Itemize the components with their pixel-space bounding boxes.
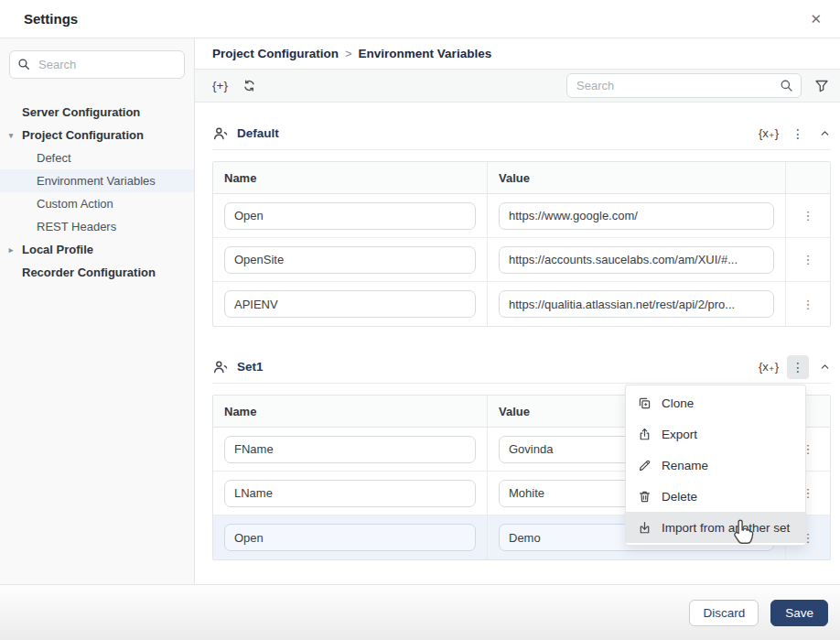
clone-icon (638, 396, 652, 410)
refresh-icon[interactable] (242, 79, 256, 92)
set-header-default: Default {x₊} ⋮ (212, 117, 831, 150)
row-kebab-icon[interactable]: ⋮ (802, 298, 814, 310)
set-header-set1: Set1 {x₊} ⋮ (212, 351, 831, 384)
variable-set-icon (212, 360, 229, 374)
toolbar: {+} (195, 70, 840, 103)
menu-item-import-from-another-set[interactable]: Import from another set (626, 512, 805, 543)
column-header-actions (786, 162, 830, 193)
menu-item-export[interactable]: Export (626, 418, 805, 450)
rename-icon (638, 459, 652, 472)
search-icon (780, 79, 793, 92)
settings-dialog: Settings ✕ Server Configuration ▾ Projec… (0, 0, 840, 640)
set-menu-kebab-icon[interactable]: ⋮ (787, 355, 809, 379)
variable-name-input[interactable] (224, 246, 476, 274)
variables-table-default: Name Value ⋮ ⋮ (212, 161, 831, 327)
add-set-icon[interactable]: {+} (212, 79, 228, 92)
menu-item-clone[interactable]: Clone (626, 387, 805, 418)
add-variable-icon[interactable]: {x₊} (759, 126, 779, 140)
delete-icon (638, 490, 652, 504)
breadcrumb-separator: > (345, 47, 352, 60)
menu-item-rename[interactable]: Rename (626, 450, 805, 481)
sidebar-item-server-configuration[interactable]: Server Configuration (0, 101, 194, 124)
variable-name-input[interactable] (224, 202, 476, 230)
column-header-name: Name (213, 162, 488, 193)
export-icon (638, 428, 652, 441)
breadcrumb: Project Configuration > Environment Vari… (195, 38, 840, 70)
table-row: ⋮ (213, 282, 830, 326)
sidebar-item-local-profile[interactable]: ▸ Local Profile (0, 238, 194, 261)
collapse-chevron-up-icon[interactable] (819, 127, 831, 139)
sidebar-item-environment-variables[interactable]: Environment Variables (0, 169, 194, 192)
variable-name-input[interactable] (224, 290, 476, 318)
variable-name-input[interactable] (224, 480, 476, 507)
row-kebab-icon[interactable]: ⋮ (802, 210, 814, 222)
add-variable-icon[interactable]: {x₊} (759, 360, 779, 374)
discard-button[interactable]: Discard (689, 600, 759, 626)
variable-value-input[interactable] (499, 290, 774, 318)
close-icon[interactable]: ✕ (804, 8, 827, 29)
column-header-name: Name (213, 396, 488, 427)
variable-set-icon (212, 126, 229, 141)
sidebar-item-rest-headers[interactable]: REST Headers (0, 215, 194, 238)
breadcrumb-parent[interactable]: Project Configuration (212, 47, 339, 60)
settings-nav: Server Configuration ▾ Project Configura… (0, 101, 194, 284)
set-title: Default (237, 126, 279, 140)
set-title: Set1 (237, 360, 264, 374)
menu-item-delete[interactable]: Delete (626, 481, 805, 512)
sidebar-item-recorder-configuration[interactable]: Recorder Configuration (0, 261, 194, 284)
caret-right-icon[interactable]: ▸ (5, 245, 16, 255)
environment-variables-content: Default {x₊} ⋮ Name Value (195, 103, 840, 584)
import-icon (638, 521, 652, 535)
settings-sidebar: Server Configuration ▾ Project Configura… (0, 38, 195, 584)
dialog-title: Settings (24, 11, 78, 27)
breadcrumb-current: Environment Variables (359, 47, 492, 60)
sidebar-item-defect[interactable]: Defect (0, 146, 194, 169)
row-kebab-icon[interactable]: ⋮ (802, 254, 814, 266)
table-row: ⋮ (213, 194, 830, 238)
filter-icon[interactable] (814, 79, 829, 93)
variable-set-set1: Set1 {x₊} ⋮ Name Value (212, 351, 831, 560)
main-pane: Project Configuration > Environment Vari… (195, 38, 840, 584)
variable-name-input[interactable] (224, 524, 476, 551)
dialog-footer: Discard Save (0, 584, 840, 640)
table-row: ⋮ (213, 238, 830, 282)
column-header-value: Value (488, 162, 786, 193)
sidebar-search-input[interactable] (9, 50, 185, 79)
save-button[interactable]: Save (770, 600, 828, 626)
search-icon (17, 58, 30, 71)
set-menu-kebab-icon[interactable]: ⋮ (787, 122, 809, 146)
variable-name-input[interactable] (224, 436, 476, 463)
variable-set-default: Default {x₊} ⋮ Name Value (212, 117, 831, 327)
sidebar-item-project-configuration[interactable]: ▾ Project Configuration (0, 124, 194, 146)
table-header-row: Name Value (213, 162, 830, 194)
sidebar-item-custom-action[interactable]: Custom Action (0, 192, 194, 215)
variables-search-input[interactable] (566, 73, 802, 98)
variable-value-input[interactable] (499, 246, 774, 274)
collapse-chevron-up-icon[interactable] (819, 361, 831, 373)
variable-value-input[interactable] (499, 202, 774, 230)
dialog-header: Settings ✕ (0, 0, 840, 38)
caret-down-icon[interactable]: ▾ (5, 131, 16, 140)
set-context-menu: Clone Export Rename (625, 385, 806, 546)
